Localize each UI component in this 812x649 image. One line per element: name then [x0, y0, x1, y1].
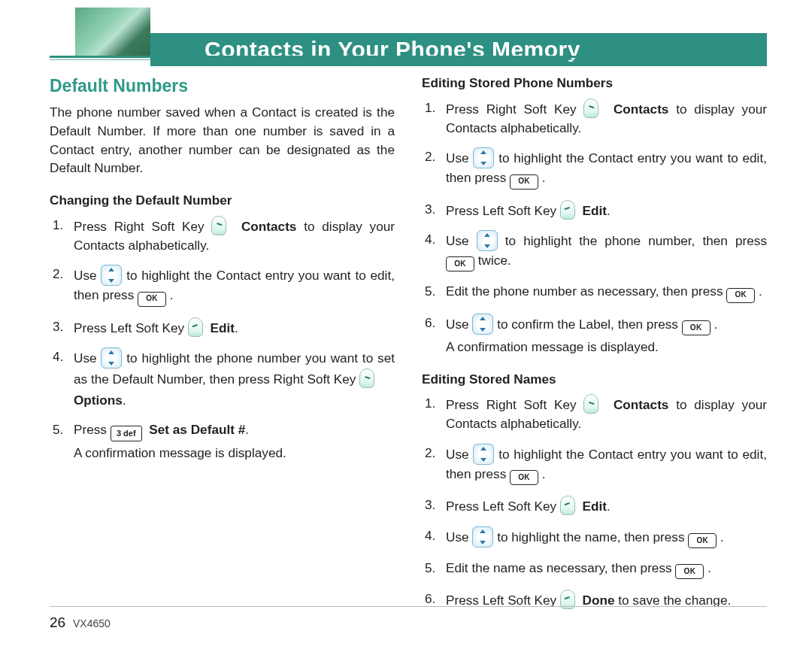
page-title: Contacts in Your Phone's Memory	[150, 33, 767, 66]
nav-key-icon	[477, 230, 498, 251]
step: Edit the phone number as necessary, then…	[422, 282, 767, 302]
step: Use to highlight the name, then press OK…	[422, 526, 767, 548]
right-soft-key-icon	[583, 394, 598, 414]
right-soft-key-icon	[211, 216, 226, 235]
step: Press Left Soft Key Done to save the cha…	[422, 590, 767, 610]
step: Use to confirm the Label, then press OK …	[422, 314, 767, 356]
left-soft-key-icon	[560, 496, 575, 515]
step: Use to highlight the phone number you wa…	[50, 347, 395, 410]
step: Press Left Soft Key Edit.	[422, 496, 767, 516]
ok-key-icon: OK	[682, 320, 710, 335]
subsection-heading: Changing the Default Number	[50, 191, 395, 210]
ok-key-icon: OK	[446, 256, 474, 271]
intro-paragraph: The phone number saved when a Contact is…	[50, 103, 395, 177]
left-soft-key-icon	[560, 200, 575, 220]
steps-edit-names: Press Right Soft Key Contacts to display…	[422, 394, 767, 610]
nav-key-icon	[472, 526, 493, 547]
step: Press 3 def Set as Default #. A confirma…	[50, 420, 395, 462]
nav-key-icon	[101, 265, 122, 286]
subsection-heading: Editing Stored Names	[422, 370, 767, 389]
step: Press Right Soft Key Contacts to display…	[50, 216, 395, 255]
right-soft-key-icon	[359, 368, 374, 388]
right-soft-key-icon	[583, 99, 598, 118]
section-heading: Default Numbers	[50, 74, 395, 99]
step: Press Right Soft Key Contacts to display…	[422, 99, 767, 138]
left-column: Default Numbers The phone number saved w…	[50, 71, 395, 593]
ok-key-icon: OK	[138, 292, 166, 307]
step: Use to highlight the Contact entry you w…	[422, 444, 767, 485]
steps-edit-numbers: Press Right Soft Key Contacts to display…	[422, 99, 767, 356]
nav-key-icon	[473, 147, 494, 168]
steps-changing-default: Press Right Soft Key Contacts to display…	[50, 216, 395, 462]
footer: 26 VX4650	[50, 614, 111, 631]
nav-key-icon	[473, 444, 494, 465]
step: Press Left Soft Key Edit.	[422, 200, 767, 220]
ok-key-icon: OK	[510, 174, 538, 190]
step: Edit the name as necessary, then press O…	[422, 559, 767, 579]
divider	[50, 56, 767, 58]
right-column: Editing Stored Phone Numbers Press Right…	[422, 71, 767, 593]
divider	[50, 606, 767, 607]
nav-key-icon	[101, 347, 122, 368]
ok-key-icon: OK	[726, 288, 755, 303]
header-photo	[75, 8, 150, 56]
step: Press Left Soft Key Edit.	[50, 317, 395, 338]
left-soft-key-icon	[188, 317, 203, 337]
step: Use to highlight the Contact entry you w…	[422, 147, 767, 189]
page-number: 26	[50, 614, 65, 630]
step: Use to highlight the phone number, then …	[422, 230, 767, 271]
model-label: VX4650	[73, 617, 111, 629]
ok-key-icon: OK	[688, 533, 717, 548]
subsection-heading: Editing Stored Phone Numbers	[422, 74, 767, 92]
step: Press Right Soft Key Contacts to display…	[422, 394, 767, 433]
nav-key-icon	[472, 314, 493, 335]
ok-key-icon: OK	[675, 564, 704, 579]
divider	[50, 59, 767, 60]
ok-key-icon: OK	[510, 470, 538, 485]
step: Use to highlight the Contact entry you w…	[50, 265, 395, 306]
key-3-icon: 3 def	[111, 426, 142, 441]
